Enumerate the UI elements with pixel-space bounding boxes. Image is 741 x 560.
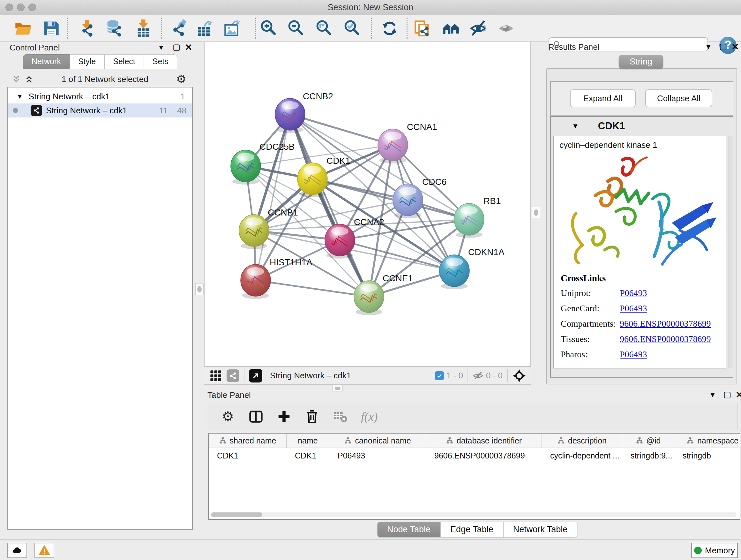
column-header-shared-name[interactable]: shared name	[209, 434, 286, 448]
node-CCNB2[interactable]: CCNB2	[275, 91, 333, 133]
column-header-name[interactable]: name	[286, 434, 329, 448]
import-network-icon[interactable]	[78, 19, 96, 37]
save-session-icon[interactable]	[42, 19, 60, 37]
clone-network-icon[interactable]	[414, 19, 431, 37]
crosslink-label: Compartments:	[561, 319, 620, 329]
column-header-namespace[interactable]: namespace	[674, 434, 740, 448]
column-header--id[interactable]: @id	[622, 434, 674, 448]
results-panel-maximize-icon[interactable]: ▢	[718, 42, 728, 51]
scrollbar-thumb[interactable]	[211, 512, 262, 517]
table-panel-close-icon[interactable]: ✕	[735, 389, 741, 400]
zoom-out-icon[interactable]	[287, 19, 305, 37]
tab-style[interactable]: Style	[70, 54, 105, 69]
tab-select[interactable]: Select	[105, 54, 144, 69]
expand-all-button[interactable]: Expand All	[570, 89, 636, 107]
control-panel-float-icon[interactable]: ▼	[156, 44, 166, 52]
table-cell[interactable]: stringdb	[674, 448, 740, 463]
collection-expander-icon[interactable]: ▼	[17, 93, 23, 100]
string-tab-icon[interactable]	[226, 369, 239, 382]
delete-trash-icon[interactable]	[305, 409, 320, 424]
node-CCNA1[interactable]: CCNA1	[378, 122, 437, 164]
first-neighbors-houses-icon[interactable]	[443, 19, 461, 37]
memory-button[interactable]: Memory	[691, 543, 738, 558]
results-tab-string[interactable]: String	[619, 55, 663, 69]
show-columns-icon[interactable]	[249, 409, 263, 424]
node-CCNE1[interactable]: CCNE1	[354, 273, 413, 315]
fit-content-icon[interactable]	[315, 19, 333, 37]
right-split-handle[interactable]	[532, 207, 540, 219]
gene-expander-icon[interactable]: ▼	[572, 122, 579, 130]
collapse-all-chevron-icon[interactable]	[11, 74, 21, 84]
results-scrollbar[interactable]	[729, 136, 733, 368]
hide-selected-eye-icon[interactable]	[470, 19, 488, 37]
cloud-button[interactable]	[7, 543, 27, 558]
results-panel-float-icon[interactable]: ▼	[704, 43, 713, 51]
edge-HIST1H1A-CCNE1[interactable]	[256, 280, 369, 297]
tab-edge-table[interactable]: Edge Table	[441, 522, 503, 537]
detach-view-icon[interactable]	[249, 369, 262, 382]
export-image-icon[interactable]	[223, 19, 241, 37]
table-cell[interactable]: cyclin-dependent ...	[542, 448, 622, 463]
table-options-gear-icon[interactable]: ⚙	[220, 409, 235, 424]
edge-CCNB2-CCNE1[interactable]	[290, 114, 369, 297]
toolbar-separator	[255, 17, 256, 39]
selected-checkbox-icon[interactable]	[435, 371, 444, 380]
crosslink-link[interactable]: P06493	[620, 303, 647, 314]
network-grid-icon[interactable]	[209, 369, 222, 382]
column-header-description[interactable]: description	[542, 434, 622, 448]
collapse-all-button[interactable]: Collapse All	[645, 89, 712, 107]
tab-node-table[interactable]: Node Table	[377, 522, 441, 537]
table-panel-maximize-icon[interactable]: ▢	[723, 389, 732, 399]
left-split-handle[interactable]	[195, 284, 204, 295]
tab-network[interactable]: Network	[23, 54, 70, 69]
crosslink-link[interactable]: P06493	[620, 288, 647, 298]
table-cell[interactable]: P06493	[329, 448, 426, 463]
crosslink-row: Compartments:9606.ENSP00000378699	[561, 319, 720, 329]
network-collection-row[interactable]: ▼ String Network – cdk1 1	[8, 89, 192, 104]
results-panel-close-icon[interactable]: ✕	[731, 42, 740, 52]
table-cell[interactable]: stringdb:9...	[622, 448, 674, 463]
export-network-icon[interactable]	[171, 19, 188, 37]
control-panel-close-icon[interactable]: ✕	[184, 42, 193, 53]
warning-button[interactable]	[35, 543, 54, 558]
table-row[interactable]: CDK1CDK1P064939606.ENSP00000378699cyclin…	[209, 448, 740, 463]
table-horizontal-scrollbar[interactable]	[210, 512, 737, 517]
import-network-database-icon[interactable]	[105, 19, 123, 37]
open-session-icon[interactable]	[14, 19, 32, 37]
export-table-icon[interactable]	[196, 19, 214, 37]
node-RB1[interactable]: RB1	[454, 196, 501, 238]
add-column-icon[interactable]	[277, 409, 291, 424]
table-cell[interactable]: CDK1	[286, 448, 329, 463]
title-bar: Session: New Session	[0, 0, 741, 15]
refresh-icon[interactable]	[381, 19, 399, 37]
table-panel-float-icon[interactable]: ▼	[708, 391, 718, 399]
results-panel: Results Panel ▼ ▢ ✕ Expand All Collapse …	[541, 42, 741, 384]
crosslink-link[interactable]: P06493	[620, 349, 647, 360]
birdseye-crosshair-icon[interactable]	[512, 369, 526, 383]
zoom-in-icon[interactable]	[260, 19, 278, 37]
table-cell[interactable]: 9606.ENSP00000378699	[426, 448, 542, 463]
crosslink-link[interactable]: 9606.ENSP00000378699	[620, 334, 711, 344]
show-all-eye-icon	[498, 19, 516, 37]
node-table[interactable]: shared namenamecanonical namedatabase id…	[208, 433, 740, 520]
import-table-icon[interactable]	[134, 19, 152, 37]
crosslink-row: Tissues:9606.ENSP00000378699	[561, 334, 720, 344]
network-view-canvas[interactable]: CCNB2CCNA1CDC25BCDK1CDC6RB1CCNB1CCNA2CDK…	[204, 42, 531, 367]
network-options-gear-icon[interactable]: ⚙	[176, 73, 186, 85]
column-header-database-identifier[interactable]: database identifier	[426, 434, 542, 448]
node-HIST1H1A[interactable]: HIST1H1A	[241, 257, 313, 299]
control-panel-maximize-icon[interactable]: ▢	[172, 42, 181, 52]
node-CDKN1A[interactable]: CDKN1A	[440, 247, 504, 289]
zoom-selected-icon[interactable]	[343, 19, 361, 37]
crosslink-link[interactable]: 9606.ENSP00000378699	[620, 319, 711, 329]
column-header-canonical-name[interactable]: canonical name	[329, 434, 426, 448]
network-row[interactable]: String Network – cdk1 11 48	[8, 104, 192, 118]
table-cell[interactable]: CDK1	[209, 448, 286, 463]
tab-network-table[interactable]: Network Table	[503, 522, 578, 537]
string-network-graph[interactable]: CCNB2CCNA1CDC25BCDK1CDC6RB1CCNB1CCNA2CDK…	[205, 42, 530, 366]
expand-all-chevron-icon[interactable]	[24, 74, 34, 84]
node-label-CCNB2: CCNB2	[303, 91, 333, 101]
control-panel-title: Control Panel	[10, 43, 60, 53]
tab-sets[interactable]: Sets	[144, 54, 177, 69]
gene-header[interactable]: ▼ CDK1	[551, 117, 733, 135]
